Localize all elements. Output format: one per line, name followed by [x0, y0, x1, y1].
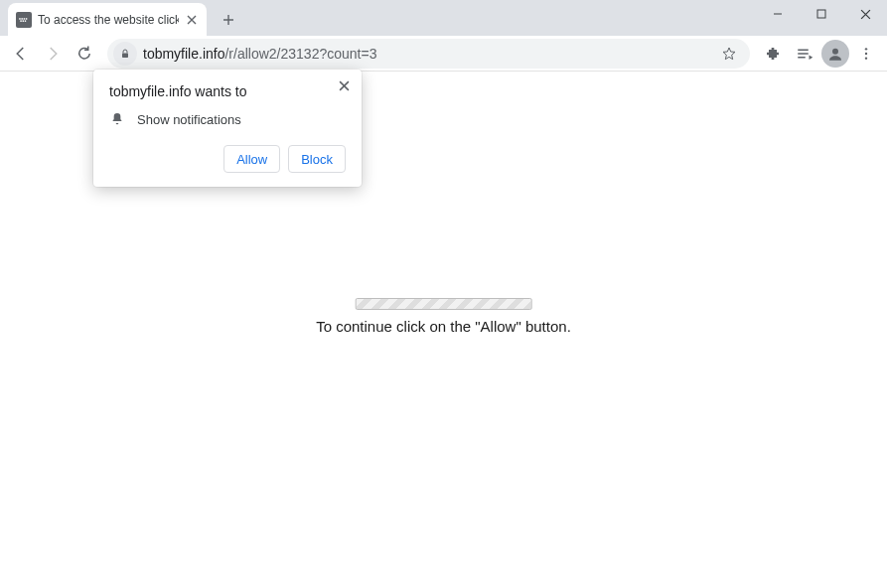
url-path: /r/allow2/23132?count=3 — [224, 46, 376, 62]
prompt-permission-label: Show notifications — [137, 112, 241, 127]
url-host: tobmyfile.info — [143, 46, 224, 62]
back-button[interactable] — [6, 39, 36, 69]
profile-avatar[interactable] — [821, 40, 849, 68]
allow-button[interactable]: Allow — [223, 145, 280, 173]
extensions-icon[interactable] — [758, 39, 788, 69]
window-controls — [756, 0, 887, 28]
tab-title: To access the website click the "A — [38, 13, 179, 27]
maximize-button[interactable] — [800, 0, 843, 28]
prompt-close-icon[interactable] — [334, 75, 354, 95]
minimize-button[interactable] — [756, 0, 800, 28]
allow-button-label: Allow — [236, 152, 267, 167]
page-message: To continue click on the "Allow" button. — [316, 318, 571, 335]
new-tab-button[interactable] — [215, 6, 242, 34]
favicon-icon — [16, 12, 32, 28]
kebab-menu-icon[interactable] — [851, 39, 881, 69]
browser-toolbar: tobmyfile.info/r/allow2/23132?count=3 — [0, 36, 887, 72]
svg-rect-1 — [19, 18, 21, 20]
reload-button[interactable] — [70, 39, 99, 69]
permission-prompt: tobmyfile.info wants to Show notificatio… — [93, 70, 362, 187]
prompt-origin-text: tobmyfile.info wants to — [109, 83, 346, 99]
svg-point-13 — [865, 57, 867, 59]
svg-rect-5 — [20, 20, 22, 22]
svg-rect-4 — [26, 18, 28, 20]
media-control-icon[interactable] — [790, 39, 819, 69]
titlebar: To access the website click the "A — [0, 0, 887, 36]
address-bar[interactable]: tobmyfile.info/r/allow2/23132?count=3 — [107, 39, 750, 69]
svg-rect-3 — [24, 18, 26, 20]
svg-rect-0 — [18, 16, 30, 24]
url-text: tobmyfile.info/r/allow2/23132?count=3 — [143, 46, 712, 62]
block-button-label: Block — [301, 152, 333, 167]
browser-tab[interactable]: To access the website click the "A — [8, 3, 207, 36]
svg-rect-8 — [817, 10, 825, 18]
progress-bar — [355, 298, 531, 310]
svg-rect-6 — [23, 20, 25, 22]
svg-point-10 — [832, 48, 838, 54]
svg-rect-7 — [25, 20, 27, 22]
lock-icon[interactable] — [113, 42, 137, 66]
block-button[interactable]: Block — [288, 145, 346, 173]
bookmark-star-icon[interactable] — [718, 43, 740, 65]
forward-button[interactable] — [38, 39, 68, 69]
bell-icon — [109, 111, 125, 127]
window-close-button[interactable] — [843, 0, 887, 28]
svg-rect-2 — [21, 18, 23, 20]
svg-point-12 — [865, 52, 867, 54]
svg-rect-9 — [122, 53, 128, 58]
tab-close-icon[interactable] — [185, 13, 199, 27]
svg-point-11 — [865, 48, 867, 50]
